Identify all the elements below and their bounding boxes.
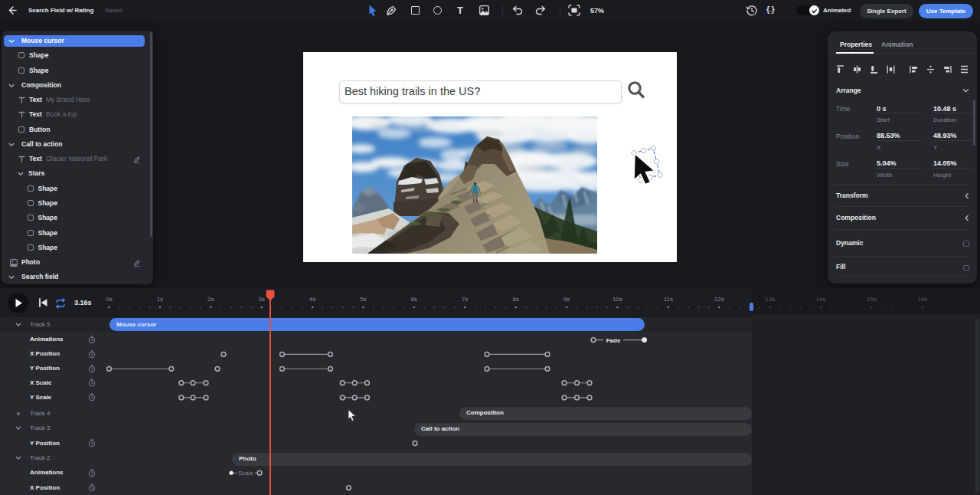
- svg-text:Scale: Scale: [238, 470, 254, 477]
- svg-text:Fade: Fade: [606, 337, 621, 344]
